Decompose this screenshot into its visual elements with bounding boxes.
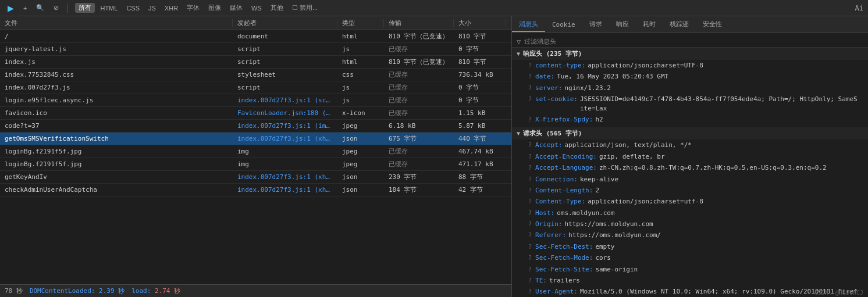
table-row[interactable]: login.e95f1cec.async.jsindex.007d27f3.js… — [0, 94, 511, 107]
col-type: 类型 — [337, 19, 384, 27]
header-name: Accept-Language: — [535, 163, 597, 172]
filter-js[interactable]: JS — [145, 3, 159, 13]
status-load: load: 2.74 秒 — [131, 287, 180, 295]
cell-transfer: 6.18 kB — [384, 122, 454, 130]
filter-bar: ▽ 过滤消息头 — [512, 36, 868, 48]
header-row: ?X-Firefox-Spdy: h2 — [512, 114, 868, 125]
tab-响应[interactable]: 响应 — [609, 17, 636, 32]
cell-size: 471.17 kB — [454, 160, 506, 168]
tab-耗时[interactable]: 耗时 — [636, 17, 663, 32]
filter-html[interactable]: HTML — [97, 3, 121, 13]
pause-button[interactable]: ⊘ — [51, 3, 62, 13]
header-value: application/json;charset=UTF-8 — [588, 61, 859, 70]
header-name: server: — [535, 84, 562, 92]
filter-disable[interactable]: ☐ 禁用... — [289, 3, 321, 13]
tab-Cookie[interactable]: Cookie — [545, 19, 582, 32]
header-name: X-Firefox-Spdy: — [535, 115, 593, 124]
header-name: TE: — [535, 276, 547, 285]
table-row[interactable]: /documenthtml810 字节（已竞速）810 字节 — [0, 30, 511, 43]
divider — [67, 3, 67, 13]
info-icon: ? — [528, 141, 532, 149]
add-button[interactable]: + — [20, 3, 30, 13]
filter-ws[interactable]: WS — [248, 3, 265, 13]
header-name: Accept-Encoding: — [535, 152, 597, 161]
table-row[interactable]: loginBg.f2191f5f.jpgimgjpeg已缓存467.74 kB — [0, 145, 511, 158]
info-icon: ? — [528, 209, 532, 217]
filter-image[interactable]: 图像 — [205, 3, 225, 13]
request-headers-title: 请求头 (565 字节) — [523, 129, 582, 138]
filter-xhr[interactable]: XHR — [161, 3, 182, 13]
header-value: zh-CN,zh;q=0.8,zh-TW;q=0.7,zh-HK;q=0.5,e… — [599, 163, 859, 172]
cell-type: js — [337, 96, 384, 104]
response-headers-section[interactable]: ▼ 响应头 (235 字节) — [512, 48, 868, 60]
request-headers-section[interactable]: ▼ 请求头 (565 字节) — [512, 127, 868, 139]
filter-font[interactable]: 字体 — [183, 3, 203, 13]
cell-initiator: script — [233, 84, 337, 91]
info-icon: ? — [528, 164, 532, 172]
table-row[interactable]: code?t=37index.007d27f3.js:1 (img)jpeg6.… — [0, 120, 511, 133]
watermark: CSDN: @HCJOHCJ — [814, 289, 863, 296]
info-icon: ? — [528, 84, 532, 92]
cell-initiator: document — [233, 33, 337, 40]
header-row: ?Sec-Fetch-Mode: cors — [512, 252, 868, 263]
play-button[interactable]: ▶ — [5, 2, 17, 14]
tab-请求[interactable]: 请求 — [582, 17, 609, 32]
header-row: ?set-cookie: JSESSIONID=de4149c7-f478-4b… — [512, 94, 868, 114]
cell-transfer: 已缓存 — [384, 45, 454, 53]
header-value: application/json;charset=utf-8 — [588, 197, 859, 206]
load-label: load: — [131, 287, 151, 295]
filter-media[interactable]: 媒体 — [226, 3, 246, 13]
table-row[interactable]: loginBg.f2191f5f.jpgimgjpeg已缓存471.17 kB — [0, 158, 511, 171]
header-row: ?server: nginx/1.23.2 — [512, 83, 868, 94]
header-name: Sec-Fetch-Site: — [535, 265, 593, 274]
filter-all[interactable]: 所有 — [75, 3, 95, 13]
search-button[interactable]: 🔍 — [33, 3, 47, 13]
cell-size: 42 字节 — [454, 185, 506, 194]
table-row[interactable]: getOmsSMSVerificationSwitchindex.007d27f… — [0, 133, 511, 145]
header-name: Host: — [535, 209, 554, 217]
detail-tabs: 消息头Cookie请求响应耗时栈踪迹安全性 — [512, 16, 868, 33]
detail-panel: 消息头Cookie请求响应耗时栈踪迹安全性 ▽ 过滤消息头 ▼ 响应头 (235… — [512, 16, 868, 297]
cell-file: index.77532845.css — [0, 71, 233, 78]
header-value: oms.moldyun.com — [557, 209, 859, 217]
header-name: Sec-Fetch-Dest: — [535, 242, 593, 251]
table-row[interactable]: index.77532845.cssstylesheetcss已缓存736.34… — [0, 69, 511, 81]
cell-size: 810 字节 — [454, 58, 506, 66]
cell-file: getKeyAndIv — [0, 173, 233, 181]
header-value: 2 — [595, 186, 859, 195]
col-transfer: 传输 — [384, 19, 454, 27]
cell-initiator: index.007d27f3.js:1 (xhr) — [233, 173, 337, 181]
cell-file: index.007d27f3.js — [0, 84, 233, 91]
table-row[interactable]: index.007d27f3.jsscriptjs已缓存0 字节 — [0, 81, 511, 94]
table-row[interactable]: getKeyAndIvindex.007d27f3.js:1 (xhr)json… — [0, 171, 511, 184]
cell-type: json — [337, 186, 384, 194]
header-row: ?Origin: https://oms.moldyun.com — [512, 219, 868, 230]
tab-栈踪迹[interactable]: 栈踪迹 — [663, 17, 696, 32]
cell-type: json — [337, 173, 384, 181]
dom-label: DOMContentLoaded: — [30, 287, 95, 295]
header-name: content-type: — [535, 61, 585, 70]
info-icon: ? — [528, 220, 532, 228]
cell-transfer: 已缓存 — [384, 147, 454, 156]
header-value: cors — [595, 253, 859, 262]
table-row[interactable]: index.jsscripthtml810 字节（已竞速）810 字节 — [0, 56, 511, 69]
header-value: https://oms.moldyun.com/ — [568, 231, 859, 239]
table-row[interactable]: checkAdminUserAndCaptchaindex.007d27f3.j… — [0, 184, 511, 196]
cell-initiator: script — [233, 45, 337, 53]
cell-file: loginBg.f2191f5f.jpg — [0, 160, 233, 168]
filter-group: 所有 HTML CSS JS XHR 字体 图像 媒体 WS 其他 ☐ 禁用..… — [75, 3, 321, 13]
header-value: https://oms.moldyun.com — [564, 220, 859, 228]
info-icon: ? — [528, 73, 532, 81]
filter-other[interactable]: 其他 — [267, 3, 287, 13]
header-value: same-origin — [595, 265, 859, 274]
filter-icon: ▽ — [517, 38, 521, 46]
header-row: ?Accept: application/json, text/plain, *… — [512, 139, 868, 151]
cell-transfer: 810 字节（已竞速） — [384, 32, 454, 41]
filter-css[interactable]: CSS — [123, 3, 143, 13]
table-row[interactable]: jquery-latest.jsscriptjs已缓存0 字节 — [0, 43, 511, 56]
header-row: ?content-type: application/json;charset=… — [512, 60, 868, 71]
header-value: Tue, 16 May 2023 05:20:43 GMT — [557, 72, 859, 81]
tab-安全性[interactable]: 安全性 — [696, 17, 729, 32]
tab-消息头[interactable]: 消息头 — [512, 17, 545, 32]
table-row[interactable]: favicon.icoFaviconLoader.jsm:180 (img)x-… — [0, 107, 511, 120]
